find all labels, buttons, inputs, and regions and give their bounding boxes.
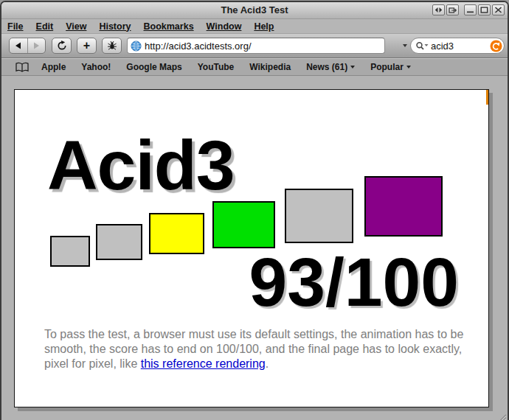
resize-grip[interactable]	[495, 411, 507, 420]
bookmark-google-maps[interactable]: Google Maps	[126, 62, 181, 72]
browser-window: The Acid3 Test	[0, 1, 509, 420]
back-arrow-icon	[14, 41, 23, 50]
search-bar	[410, 38, 505, 54]
bookmarks-bar: Apple Yahoo! Google Maps YouTube Wikiped…	[1, 58, 508, 76]
url-dropdown-icon[interactable]	[403, 44, 407, 47]
menu-bookmarks[interactable]: Bookmarks	[144, 21, 194, 32]
chevron-down-icon	[350, 66, 355, 69]
menu-edit[interactable]: Edit	[36, 21, 54, 32]
maximize-icon	[480, 7, 488, 13]
paragraph-line: To pass the test, a browser must use its…	[44, 327, 463, 342]
search-input[interactable]	[431, 41, 478, 52]
orange-marker	[486, 90, 488, 105]
maximize-button[interactable]	[478, 4, 491, 15]
menu-help[interactable]: Help	[254, 21, 274, 32]
left-right-arrows-icon	[434, 7, 443, 13]
instructions-paragraph: To pass the test, a browser must use its…	[44, 327, 463, 371]
globe-icon	[131, 41, 142, 52]
open-book-icon[interactable]	[15, 62, 30, 73]
minimize-icon	[466, 7, 474, 13]
reference-rendering-link[interactable]: this reference rendering	[141, 357, 266, 370]
search-go-button[interactable]	[490, 40, 502, 52]
browser-viewport: Acid3 93/100 To pass the test, a browser…	[1, 76, 508, 420]
forward-button[interactable]	[28, 38, 46, 53]
bookmark-youtube[interactable]: YouTube	[198, 62, 235, 72]
test-box	[212, 201, 275, 248]
paragraph-line: smooth, the score has to end on 100/100,…	[44, 342, 463, 357]
window-controls	[431, 4, 505, 15]
bookmark-yahoo[interactable]: Yahoo!	[81, 62, 111, 72]
depth-button[interactable]	[446, 4, 459, 15]
test-box	[96, 224, 142, 260]
test-box	[50, 236, 90, 267]
page-title: Acid3	[47, 130, 235, 200]
box-arrow-icon	[449, 7, 457, 13]
shade-button[interactable]	[432, 4, 445, 15]
close-icon	[494, 7, 502, 13]
forward-arrow-icon	[32, 41, 41, 50]
menu-history[interactable]: History	[99, 21, 131, 32]
title-bar[interactable]: The Acid3 Test	[1, 2, 508, 19]
bookmark-apple[interactable]: Apple	[41, 62, 66, 72]
menu-window[interactable]: Window	[207, 21, 242, 32]
back-button[interactable]	[10, 38, 28, 53]
paragraph-line: pixel for pixel, like this reference ren…	[44, 357, 463, 371]
test-box	[149, 213, 204, 254]
chevron-down-icon	[406, 66, 411, 69]
bookmark-folder-popular[interactable]: Popular	[370, 62, 411, 72]
url-input[interactable]	[145, 41, 381, 52]
test-box	[364, 176, 443, 237]
menu-bar: File Edit View History Bookmarks Window …	[1, 19, 508, 34]
bug-report-button[interactable]	[102, 38, 122, 54]
bookmark-wikipedia[interactable]: Wikipedia	[249, 62, 291, 72]
bookmark-folder-news[interactable]: News (61)	[306, 62, 355, 72]
new-tab-button[interactable]: +	[77, 38, 97, 54]
minimize-button[interactable]	[464, 4, 477, 15]
history-nav-group	[9, 38, 46, 54]
url-bar	[127, 38, 385, 54]
reload-button[interactable]	[52, 38, 72, 54]
menu-file[interactable]: File	[7, 21, 24, 32]
bug-icon	[107, 41, 117, 51]
search-icon	[415, 41, 429, 51]
reload-icon	[57, 41, 67, 51]
close-button[interactable]	[492, 4, 505, 15]
navigation-toolbar: +	[1, 34, 508, 58]
go-arrow-icon	[490, 40, 502, 52]
acid3-page: Acid3 93/100 To pass the test, a browser…	[14, 89, 489, 407]
test-box	[285, 189, 353, 243]
menu-view[interactable]: View	[66, 21, 86, 32]
score-text: 93/100	[249, 248, 459, 317]
